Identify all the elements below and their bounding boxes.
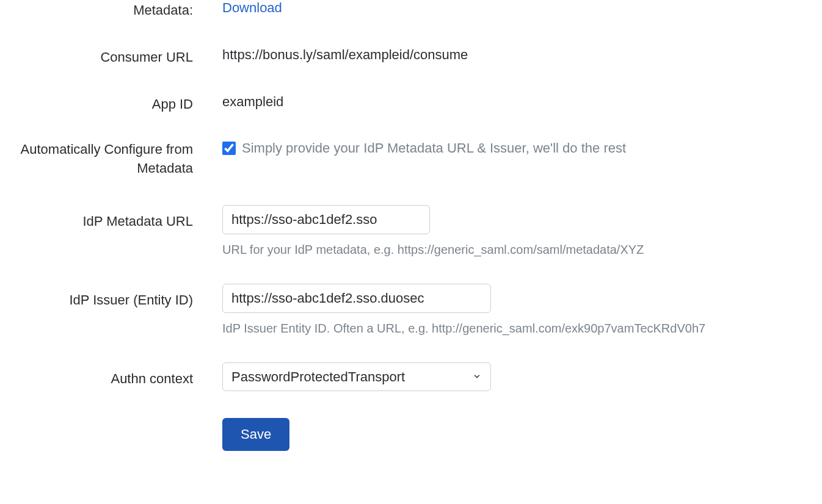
- auto-configure-help: Simply provide your IdP Metadata URL & I…: [242, 140, 626, 156]
- saml-settings-form: Metadata: Download Consumer URL https://…: [0, 0, 822, 478]
- app-id-value: exampleid: [222, 94, 822, 110]
- app-id-label: App ID: [152, 96, 193, 112]
- metadata-label: Metadata:: [133, 2, 193, 18]
- idp-issuer-input[interactable]: [222, 284, 491, 313]
- idp-metadata-url-input[interactable]: [222, 205, 430, 234]
- consumer-url-value: https://bonus.ly/saml/exampleid/consume: [222, 47, 822, 63]
- idp-issuer-row: IdP Issuer (Entity ID) IdP Issuer Entity…: [0, 284, 822, 336]
- idp-metadata-url-help: URL for your IdP metadata, e.g. https://…: [222, 243, 822, 257]
- authn-context-row: Authn context PasswordProtectedTransport: [0, 362, 822, 391]
- idp-issuer-help: IdP Issuer Entity ID. Often a URL, e.g. …: [222, 322, 822, 336]
- auto-configure-row: Automatically Configure from Metadata Si…: [0, 140, 822, 178]
- consumer-url-label: Consumer URL: [100, 49, 193, 65]
- idp-metadata-url-row: IdP Metadata URL URL for your IdP metada…: [0, 205, 822, 257]
- consumer-url-row: Consumer URL https://bonus.ly/saml/examp…: [0, 47, 822, 67]
- auto-configure-label: Automatically Configure from Metadata: [21, 142, 193, 176]
- save-row: Save: [0, 418, 822, 451]
- metadata-row: Metadata: Download: [0, 0, 822, 20]
- app-id-row: App ID exampleid: [0, 94, 822, 114]
- metadata-download-link[interactable]: Download: [222, 0, 822, 16]
- idp-issuer-label: IdP Issuer (Entity ID): [69, 292, 193, 308]
- authn-context-label: Authn context: [111, 371, 193, 386]
- auto-configure-checkbox[interactable]: [222, 142, 236, 155]
- idp-metadata-url-label: IdP Metadata URL: [82, 214, 193, 229]
- authn-context-select[interactable]: PasswordProtectedTransport: [222, 362, 491, 391]
- save-button[interactable]: Save: [222, 418, 289, 451]
